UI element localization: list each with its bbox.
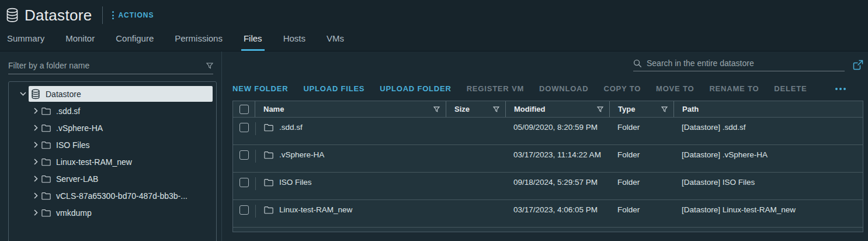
folder-tree: Datastore .sdd.sf .vSphere-HA	[8, 81, 217, 241]
tab-summary[interactable]: Summary	[5, 33, 47, 51]
tree-node-label: .vSphere-HA	[56, 123, 103, 133]
filter-icon[interactable]	[661, 106, 668, 112]
tree-node-folder[interactable]: .vSphere-HA	[9, 119, 216, 136]
folder-icon	[41, 124, 51, 132]
file-name[interactable]: Linux-test-RAM_new	[279, 205, 352, 215]
rename-to-button[interactable]: RENAME TO	[709, 84, 759, 93]
type-cell: Folder	[609, 150, 673, 160]
table-row[interactable]: ISO Files 09/18/2024, 5:29:57 PM Folder …	[233, 172, 863, 199]
modified-cell: 03/17/2023, 11:14:22 AM	[505, 150, 609, 160]
file-name[interactable]: ISO Files	[279, 177, 312, 188]
register-vm-button[interactable]: REGISTER VM	[467, 84, 524, 93]
chevron-right-icon[interactable]	[30, 192, 41, 199]
folder-icon	[41, 192, 51, 200]
name-cell: ISO Files	[256, 177, 446, 188]
tab-hosts[interactable]: Hosts	[281, 33, 308, 51]
folder-filter-input[interactable]	[8, 61, 206, 70]
modified-cell: 03/17/2023, 4:06:05 PM	[505, 205, 609, 215]
type-cell: Folder	[609, 122, 673, 133]
chevron-right-icon[interactable]	[30, 142, 41, 148]
tab-monitor[interactable]: Monitor	[63, 33, 97, 51]
tree-node-folder[interactable]: Server-LAB	[9, 170, 216, 187]
row-checkbox[interactable]	[239, 205, 249, 215]
name-cell: .sdd.sf	[256, 122, 446, 133]
upload-files-button[interactable]: UPLOAD FILES	[303, 84, 364, 93]
file-name[interactable]: .sdd.sf	[279, 122, 303, 133]
name-cell: Linux-test-RAM_new	[256, 205, 446, 215]
folder-icon	[41, 158, 51, 166]
tab-files[interactable]: Files	[241, 33, 265, 51]
path-cell: [Datastore] ISO Files	[673, 177, 863, 188]
search-row	[232, 58, 863, 71]
filter-icon[interactable]	[433, 106, 440, 112]
folder-filter-row	[8, 61, 213, 74]
path-cell: [Datastore] .vSphere-HA	[673, 150, 863, 160]
tree-node-label: Linux-test-RAM_new	[56, 157, 132, 167]
tree-node-folder[interactable]: vmkdump	[9, 204, 216, 221]
filter-icon[interactable]	[206, 63, 213, 69]
column-header-name[interactable]: Name	[255, 101, 446, 117]
delete-button[interactable]: DELETE	[774, 84, 807, 93]
column-header-type[interactable]: Type	[609, 101, 673, 117]
chevron-down-icon[interactable]	[17, 92, 29, 96]
table-row[interactable]: Linux-test-RAM_new 03/17/2023, 4:06:05 P…	[233, 199, 863, 227]
table-header-row: Name Size Modified Type Path	[233, 101, 863, 117]
select-all-checkbox[interactable]	[239, 105, 249, 114]
row-checkbox[interactable]	[239, 150, 249, 160]
title-divider	[102, 6, 103, 24]
column-header-modified[interactable]: Modified	[505, 101, 609, 117]
chevron-right-icon[interactable]	[30, 209, 41, 216]
row-checkbox[interactable]	[239, 178, 249, 187]
tab-configure[interactable]: Configure	[113, 33, 156, 51]
table-row-partial	[233, 227, 863, 232]
tab-vms[interactable]: VMs	[324, 33, 346, 51]
chevron-right-icon[interactable]	[30, 159, 41, 165]
row-checkbox[interactable]	[239, 123, 249, 132]
files-main-panel: NEW FOLDER UPLOAD FILES UPLOAD FOLDER RE…	[222, 51, 868, 241]
files-table: Name Size Modified Type Path	[232, 101, 863, 232]
folder-icon	[264, 206, 273, 214]
open-in-new-window-icon[interactable]	[853, 60, 863, 70]
filter-icon[interactable]	[597, 106, 603, 112]
tab-permissions[interactable]: Permissions	[172, 33, 225, 51]
selected-tree-node[interactable]: Datastore	[29, 86, 213, 102]
tree-node-label: Datastore	[46, 89, 81, 99]
folder-icon	[41, 107, 51, 115]
tree-node-label: vmkdump	[56, 208, 92, 218]
search-input[interactable]	[647, 58, 845, 68]
actions-button[interactable]: ACTIONS	[112, 11, 154, 19]
download-button[interactable]: DOWNLOAD	[539, 84, 588, 93]
type-cell: Folder	[609, 205, 673, 215]
new-folder-button[interactable]: NEW FOLDER	[232, 84, 288, 93]
folder-icon	[264, 178, 273, 187]
table-row[interactable]: .vSphere-HA 03/17/2023, 11:14:22 AM Fold…	[233, 144, 863, 172]
tree-node-folder[interactable]: ISO Files	[9, 136, 216, 153]
copy-to-button[interactable]: COPY TO	[603, 84, 641, 93]
tree-node-label: .sdd.sf	[56, 106, 80, 116]
tree-node-folder[interactable]: vCLS-87a65300-bd70-487d-bb3b-...	[9, 187, 216, 204]
path-cell: [Datastore] .sdd.sf	[673, 122, 863, 133]
filter-icon[interactable]	[493, 106, 499, 112]
more-actions-button[interactable]	[835, 88, 846, 90]
tree-node-label: vCLS-87a65300-bd70-487d-bb3b-...	[56, 191, 188, 201]
column-header-path[interactable]: Path	[673, 101, 863, 117]
upload-folder-button[interactable]: UPLOAD FOLDER	[380, 84, 451, 93]
move-to-button[interactable]: MOVE TO	[656, 84, 694, 93]
name-cell: .vSphere-HA	[256, 150, 446, 160]
column-header-size[interactable]: Size	[446, 101, 505, 117]
chevron-right-icon[interactable]	[30, 108, 41, 114]
tree-node-folder[interactable]: .sdd.sf	[9, 102, 216, 119]
tree-node-folder[interactable]: Linux-test-RAM_new	[9, 153, 216, 170]
file-name[interactable]: .vSphere-HA	[279, 150, 324, 160]
search-field[interactable]	[633, 58, 845, 71]
tree-node-label: Server-LAB	[56, 174, 98, 184]
search-icon	[633, 59, 642, 68]
folder-icon	[264, 151, 273, 159]
table-row[interactable]: .sdd.sf 05/09/2020, 8:20:59 PM Folder [D…	[233, 117, 863, 144]
tree-node-datastore[interactable]: Datastore	[9, 85, 216, 102]
title-bar: Datastore ACTIONS	[0, 0, 868, 30]
chevron-right-icon[interactable]	[30, 125, 41, 131]
header-checkbox-cell	[233, 101, 255, 117]
folder-icon	[41, 209, 51, 217]
chevron-right-icon[interactable]	[30, 175, 41, 182]
